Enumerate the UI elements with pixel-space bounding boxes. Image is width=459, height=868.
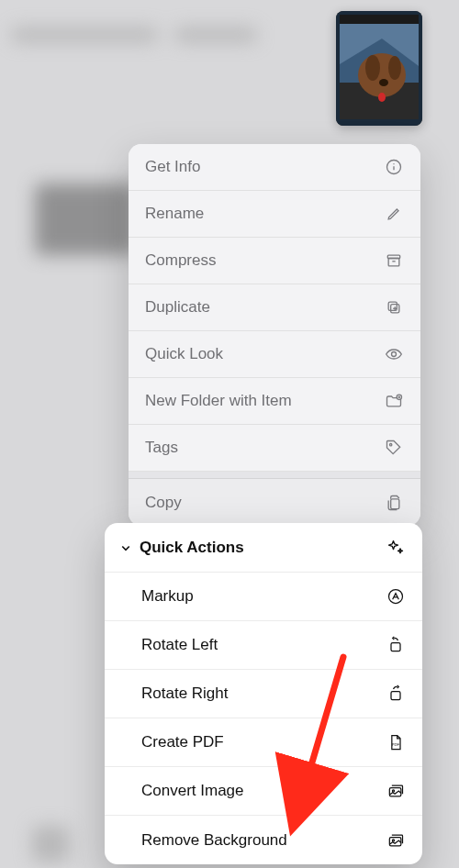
qa-item-label: Create PDF [141, 733, 224, 751]
tag-icon [384, 438, 404, 458]
menu-item-label: Compress [145, 251, 216, 270]
pdf-icon: PDF [386, 732, 406, 752]
dog-photo-icon [336, 11, 422, 126]
chevron-down-icon [116, 538, 136, 558]
qa-item-remove-background[interactable]: Remove Background [105, 816, 422, 864]
menu-item-rename[interactable]: Rename [129, 191, 420, 238]
menu-item-label: Duplicate [145, 298, 210, 317]
archive-icon [384, 250, 404, 271]
menu-item-compress[interactable]: Compress [129, 238, 420, 284]
qa-item-convert-image[interactable]: Convert Image [105, 767, 422, 816]
selected-file-thumbnail[interactable] [336, 11, 422, 126]
menu-item-quick-look[interactable]: Quick Look [129, 331, 420, 378]
copy-icon [384, 493, 404, 513]
menu-separator [129, 472, 420, 479]
image-stack-icon [386, 781, 406, 801]
pencil-icon [384, 204, 404, 224]
svg-point-24 [390, 444, 392, 446]
svg-text:PDF: PDF [392, 742, 400, 747]
svg-rect-17 [388, 302, 397, 310]
menu-item-label: Quick Look [145, 345, 223, 363]
menu-item-duplicate[interactable]: Duplicate [129, 284, 420, 331]
rotate-left-icon [386, 635, 406, 655]
quick-actions-title: Quick Actions [140, 539, 244, 557]
qa-item-label: Remove Background [141, 831, 287, 850]
menu-item-label: Rename [145, 205, 204, 223]
menu-item-label: Get Info [145, 158, 200, 176]
info-icon [384, 157, 404, 177]
context-menu: Get Info Rename Compress Duplicate Quick… [129, 144, 420, 526]
svg-rect-14 [388, 259, 399, 266]
svg-point-6 [388, 56, 401, 80]
qa-item-label: Rotate Right [141, 684, 229, 703]
menu-item-label: Tags [145, 439, 178, 457]
menu-item-new-folder[interactable]: New Folder with Item [129, 378, 420, 425]
svg-point-7 [379, 79, 388, 86]
menu-item-tags[interactable]: Tags [129, 425, 420, 472]
qa-item-label: Markup [141, 587, 194, 606]
menu-item-label: Copy [145, 494, 182, 512]
qa-item-label: Rotate Left [141, 636, 218, 654]
svg-rect-9 [340, 15, 419, 24]
quick-actions-panel: Quick Actions Markup Rotate Left Rotate … [105, 523, 422, 864]
qa-item-rotate-right[interactable]: Rotate Right [105, 670, 422, 718]
svg-point-5 [365, 55, 380, 81]
duplicate-icon [384, 297, 404, 317]
qa-item-markup[interactable]: Markup [105, 573, 422, 621]
menu-item-copy[interactable]: Copy [129, 479, 420, 526]
sparkle-icon [386, 538, 406, 558]
rotate-right-icon [386, 684, 406, 704]
eye-icon [384, 344, 404, 364]
svg-point-33 [392, 839, 394, 840]
svg-rect-27 [391, 643, 400, 651]
svg-point-26 [389, 590, 403, 604]
qa-item-rotate-left[interactable]: Rotate Left [105, 621, 422, 670]
svg-rect-28 [391, 692, 400, 700]
qa-item-label: Convert Image [141, 782, 244, 800]
folder-plus-icon [384, 391, 404, 411]
menu-item-label: New Folder with Item [145, 392, 292, 410]
svg-point-20 [392, 352, 397, 357]
quick-actions-header[interactable]: Quick Actions [105, 523, 422, 573]
markup-icon [386, 586, 406, 606]
svg-point-8 [378, 93, 386, 102]
image-stack-icon [386, 830, 406, 851]
qa-item-create-pdf[interactable]: Create PDF PDF [105, 718, 422, 767]
svg-rect-25 [391, 498, 399, 508]
menu-item-get-info[interactable]: Get Info [129, 144, 420, 191]
svg-point-12 [393, 163, 394, 164]
svg-point-31 [392, 790, 394, 792]
